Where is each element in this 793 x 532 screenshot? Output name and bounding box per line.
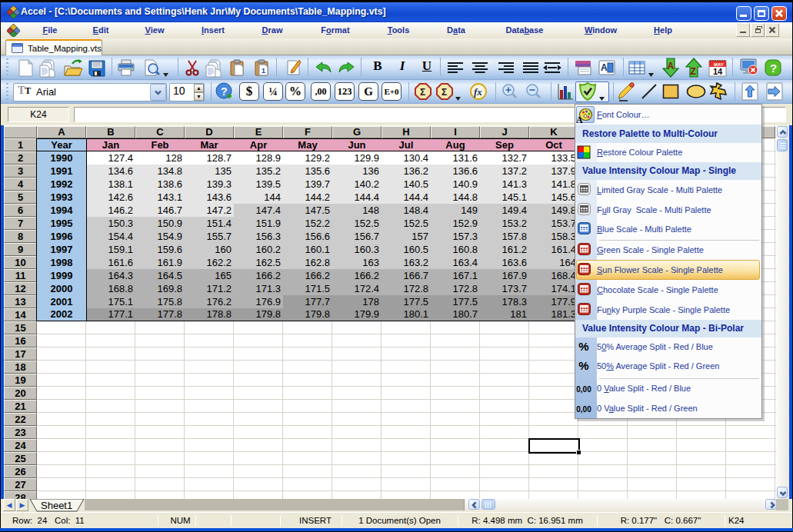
svg-text:A: A <box>601 62 608 73</box>
svg-text:14: 14 <box>713 67 723 76</box>
svg-text:?: ? <box>221 85 228 98</box>
svg-text:1: 1 <box>262 67 265 75</box>
svg-text:Σ: Σ <box>441 87 447 98</box>
svg-text:Z: Z <box>691 66 696 77</box>
svg-text:fx: fx <box>474 86 482 98</box>
svg-text:Σ: Σ <box>420 87 425 98</box>
svg-text:A: A <box>668 61 675 71</box>
svg-text:MAY: MAY <box>714 62 724 67</box>
svg-text:A: A <box>576 115 583 124</box>
svg-text:?: ? <box>770 62 777 75</box>
